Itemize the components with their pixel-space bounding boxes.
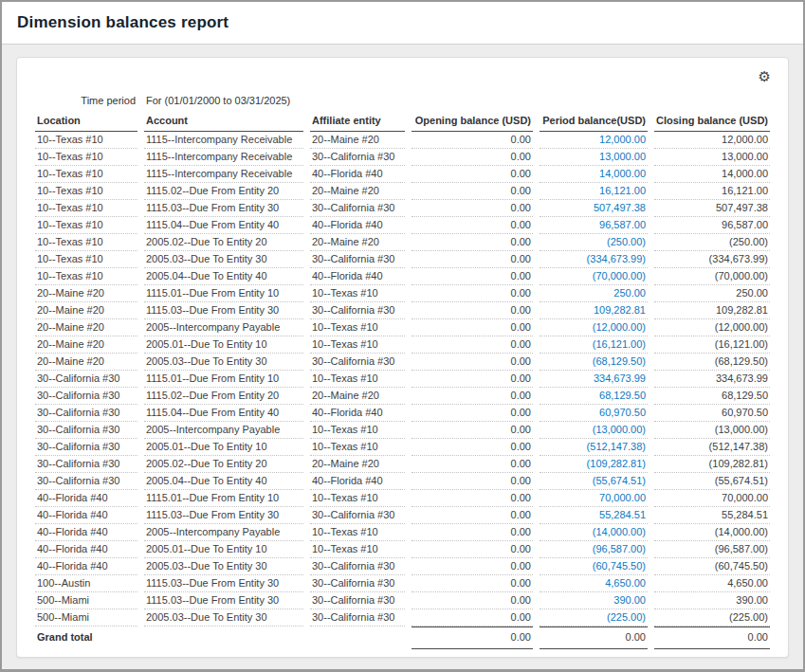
account-cell: 1115--Intercompany Receivable [144,132,303,149]
period-balance-link[interactable]: 14,000.00 [599,168,646,179]
opening-balance-cell: 0.00 [412,456,533,473]
period-balance-cell: (512,147.38) [540,439,648,456]
period-balance-cell: (12,000.00) [540,319,648,336]
table-row: 20--Maine #202005--Intercompany Payable1… [35,319,770,336]
opening-balance-cell: 0.00 [412,285,533,302]
affiliate-cell: 10--Texas #10 [310,336,405,354]
table-row: 10--Texas #102005.04--Due To Entity 4040… [35,268,770,285]
table-row: 30--California #301115.01--Due From Enti… [35,371,770,388]
opening-balance-cell: 0.00 [412,149,533,166]
table-header-row: Location Account Affiliate entity Openin… [35,112,770,132]
period-balance-cell: 16,121.00 [540,183,648,200]
period-balance-cell: (334,673.99) [540,251,648,268]
time-period-label: Time period [35,90,137,112]
location-cell: 40--Florida #40 [35,490,137,507]
account-cell: 1115--Intercompany Receivable [144,149,303,166]
location-cell: 40--Florida #40 [35,524,137,541]
table-row: 40--Florida #402005.03--Due To Entity 30… [35,558,770,575]
opening-balance-cell: 0.00 [412,354,533,371]
period-balance-cell: 55,284.51 [540,507,648,524]
account-cell: 1115.03--Due From Entity 30 [144,592,303,609]
column-header-opening-balance: Opening balance (USD) [412,112,533,132]
period-balance-link[interactable]: (16,121.00) [593,338,646,350]
period-balance-link[interactable]: 16,121.00 [599,185,646,196]
table-row: 40--Florida #402005.01--Due To Entity 10… [35,541,770,558]
period-balance-link[interactable]: (70,000.00) [593,270,646,282]
period-balance-link[interactable]: 13,000.00 [599,151,646,162]
period-balance-link[interactable]: 250.00 [613,287,646,299]
opening-balance-cell: 0.00 [412,217,533,234]
opening-balance-cell: 0.00 [412,609,533,627]
table-row: 30--California #301115.04--Due From Enti… [35,405,770,422]
grand-total-opening: 0.00 [412,627,533,649]
location-cell: 10--Texas #10 [35,268,137,285]
gear-icon[interactable]: ⚙ [757,67,773,86]
closing-balance-cell: 250.00 [654,285,770,302]
closing-balance-cell: 390.00 [654,592,770,609]
account-cell: 2005.02--Due To Entity 20 [144,456,303,473]
period-balance-link[interactable]: 12,000.00 [599,134,646,145]
opening-balance-cell: 0.00 [412,592,533,609]
period-balance-link[interactable]: (55,674.51) [593,475,646,486]
location-cell: 40--Florida #40 [35,558,137,575]
opening-balance-cell: 0.00 [412,388,533,405]
period-balance-cell: (250.00) [540,234,648,251]
closing-balance-cell: 70,000.00 [654,490,770,507]
period-balance-link[interactable]: (96,587.00) [593,543,646,554]
period-balance-link[interactable]: (250.00) [607,236,646,247]
location-cell: 10--Texas #10 [35,132,137,149]
period-balance-link[interactable]: 55,284.51 [599,509,646,520]
closing-balance-cell: 13,000.00 [654,149,770,166]
account-cell: 1115.03--Due From Entity 30 [144,575,303,592]
period-balance-link[interactable]: (68,129.50) [593,355,646,367]
table-row: 100--Austin1115.03--Due From Entity 3030… [35,575,770,592]
period-balance-link[interactable]: 390.00 [613,594,646,606]
location-cell: 100--Austin [35,575,137,592]
account-cell: 2005.01--Due To Entity 10 [144,336,303,354]
affiliate-cell: 10--Texas #10 [310,541,405,558]
period-balance-link[interactable]: 68,129.50 [599,390,646,401]
period-balance-link[interactable]: (512,147.38) [587,441,646,452]
period-balance-cell: 250.00 [540,285,648,302]
period-balance-link[interactable]: (109,282.81) [587,458,646,469]
period-balance-link[interactable]: (225.00) [607,611,646,623]
opening-balance-cell: 0.00 [412,251,533,268]
affiliate-cell: 30--California #30 [310,302,405,319]
location-cell: 10--Texas #10 [35,183,137,200]
affiliate-cell: 40--Florida #40 [310,217,405,234]
affiliate-cell: 30--California #30 [310,575,405,592]
opening-balance-cell: 0.00 [412,473,533,490]
table-row: 30--California #302005--Intercompany Pay… [35,422,770,439]
affiliate-cell: 10--Texas #10 [310,371,405,388]
opening-balance-cell: 0.00 [412,132,533,149]
period-balance-link[interactable]: 334,673.99 [594,372,646,384]
opening-balance-cell: 0.00 [412,319,533,336]
period-balance-link[interactable]: 60,970.50 [599,407,646,418]
affiliate-cell: 10--Texas #10 [310,422,405,439]
period-balance-link[interactable]: (14,000.00) [593,526,646,537]
content-area: ⚙ Time period For (01/01/2000 to 03/31/2… [2,45,803,670]
time-period-value: For (01/01/2000 to 03/31/2025) [144,90,770,112]
period-balance-link[interactable]: 96,587.00 [599,219,646,230]
card-toolbar: ⚙ [28,64,777,90]
account-cell: 1115.01--Due From Entity 10 [144,371,303,388]
period-balance-cell: (55,674.51) [540,473,648,490]
table-row: 10--Texas #102005.02--Due To Entity 2020… [35,234,770,251]
affiliate-cell: 20--Maine #20 [310,388,405,405]
period-balance-link[interactable]: 507,497.38 [594,202,646,213]
table-row: 30--California #302005.02--Due To Entity… [35,456,770,473]
period-balance-link[interactable]: (334,673.99) [587,253,646,264]
period-balance-link[interactable]: (60,745.50) [593,560,646,572]
period-balance-link[interactable]: 109,282.81 [594,304,646,316]
closing-balance-cell: (70,000.00) [654,268,770,285]
period-balance-link[interactable]: (12,000.00) [593,321,646,333]
period-balance-link[interactable]: 70,000.00 [599,492,646,503]
opening-balance-cell: 0.00 [412,166,533,183]
location-cell: 10--Texas #10 [35,234,137,251]
period-balance-cell: 96,587.00 [540,217,648,234]
location-cell: 40--Florida #40 [35,507,137,524]
affiliate-cell: 30--California #30 [310,354,405,371]
period-balance-link[interactable]: 4,650.00 [605,577,646,589]
opening-balance-cell: 0.00 [412,439,533,456]
period-balance-link[interactable]: (13,000.00) [593,424,646,435]
